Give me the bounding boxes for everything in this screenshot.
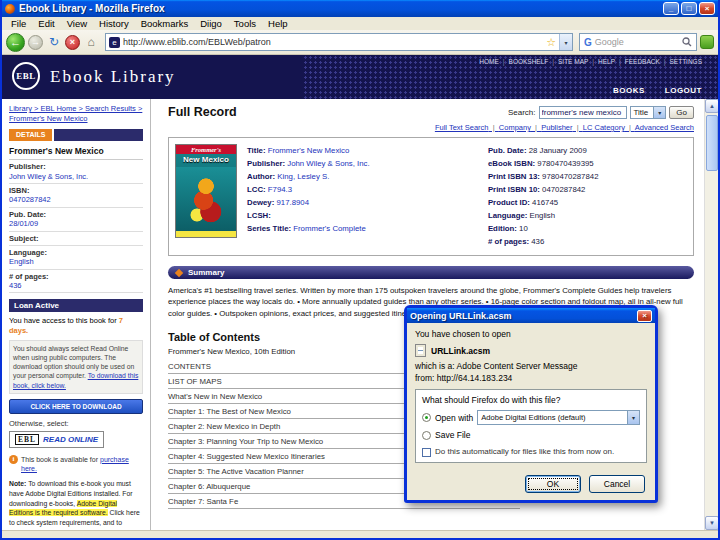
vertical-scrollbar[interactable]: ▲ ▼ (704, 99, 718, 530)
record-search: Search: Title ▾ Go (508, 106, 694, 119)
info-icon: i (9, 455, 18, 464)
search-link[interactable]: Full Text Search (435, 123, 499, 132)
sidebar-field: ISBN: 0470287842 (9, 184, 143, 208)
minimize-button[interactable]: _ (663, 2, 679, 15)
search-link[interactable]: Advanced Search (635, 123, 694, 132)
sidebar-tab-strip: DETAILS (9, 129, 143, 141)
url-history-dropdown[interactable]: ▾ (559, 34, 572, 50)
top-nav-link[interactable]: SITE MAP (548, 58, 588, 65)
open-with-radio[interactable] (422, 413, 431, 422)
chevron-down-icon[interactable]: ▾ (627, 411, 639, 424)
open-with-select[interactable]: Adobe Digital Editions (default) ▾ (477, 410, 640, 425)
sidebar-field-value[interactable]: 0470287842 (9, 195, 143, 204)
record-field-value: 28 January 2009 (529, 146, 587, 155)
books-link[interactable]: BOOKS (613, 86, 645, 95)
menu-item[interactable]: File (5, 18, 32, 29)
purchase-note: i This book is available for purchase he… (9, 455, 143, 473)
purchase-text: This book is available for purchase here… (21, 455, 143, 473)
dialog-titlebar: Opening URLLink.acsm × (407, 308, 655, 323)
record-field-label: Pub. Date: (488, 146, 527, 155)
extension-icon[interactable] (700, 35, 714, 49)
record-field-label: eBook ISBN: (488, 159, 535, 168)
menu-item[interactable]: Diigo (194, 18, 228, 29)
save-file-radio[interactable] (422, 431, 431, 440)
category-select-value: Title (634, 108, 649, 117)
auto-checkbox[interactable] (422, 448, 431, 457)
dialog-question: What should Firefox do with this file? (422, 395, 640, 405)
record-field: Dewey: 917.8904 (247, 197, 476, 210)
file-icon (415, 344, 426, 357)
summary-bar[interactable]: Summary (168, 266, 694, 279)
menu-item[interactable]: Tools (228, 18, 262, 29)
record-field-value[interactable]: King, Lesley S. (277, 172, 329, 181)
sidebar-field-value[interactable]: English (9, 257, 143, 266)
cover-art (176, 167, 236, 231)
sidebar-field-value[interactable]: 28/01/09 (9, 219, 143, 228)
cancel-button[interactable]: Cancel (589, 475, 645, 493)
record-field-label: Author: (247, 172, 275, 181)
record-field-value[interactable]: F794.3 (268, 185, 292, 194)
close-button[interactable]: × (699, 2, 715, 15)
magnifier-icon[interactable] (682, 37, 692, 47)
chevron-down-icon[interactable]: ▾ (653, 107, 665, 118)
record-field-value[interactable]: 917.8904 (276, 198, 309, 207)
open-with-row: Open with Adobe Digital Editions (defaul… (422, 410, 640, 425)
sidebar-field-label: # of pages: (9, 272, 143, 281)
ebl-logo[interactable]: EBL (12, 62, 40, 90)
record-field: Print ISBN 10: 0470287842 (488, 183, 687, 196)
scroll-up-button[interactable]: ▲ (705, 99, 718, 113)
top-nav-link[interactable]: BOOKSHELF (499, 58, 548, 65)
menu-item[interactable]: View (61, 18, 93, 29)
refresh-button[interactable]: ↻ (46, 33, 62, 51)
record-field-label: Dewey: (247, 198, 274, 207)
web-search-box[interactable]: G Google (579, 33, 697, 51)
record-field-value[interactable]: Frommer's Complete (293, 224, 366, 233)
search-link[interactable]: Publisher (541, 123, 583, 132)
download-button[interactable]: CLICK HERE TO DOWNLOAD (9, 399, 143, 414)
menu-item[interactable]: History (93, 18, 135, 29)
maximize-button[interactable]: □ (681, 2, 697, 15)
search-link[interactable]: Company (499, 123, 541, 132)
home-button[interactable]: ⌂ (83, 33, 99, 51)
stop-button[interactable]: × (65, 35, 80, 50)
menu-item[interactable]: Edit (32, 18, 60, 29)
top-nav-link[interactable]: FEEDBACK (615, 58, 660, 65)
record-field: Publisher: John Wiley & Sons, Inc. (247, 157, 476, 170)
logout-link[interactable]: LOGOUT (665, 86, 702, 95)
tab-details[interactable]: DETAILS (9, 129, 52, 141)
top-nav-link[interactable]: SETTINGS (660, 58, 702, 65)
top-nav-link[interactable]: HELP (588, 58, 615, 65)
loan-text: You have access to this book for 7 days. (9, 316, 143, 336)
record-field-value: 9780470287842 (542, 172, 598, 181)
search-input[interactable] (539, 106, 627, 119)
menu-item[interactable]: Bookmarks (135, 18, 195, 29)
dialog-close-button[interactable]: × (637, 310, 652, 322)
back-button[interactable]: ← (6, 33, 25, 52)
bookmark-star-icon[interactable]: ☆ (546, 36, 556, 49)
sidebar-field-value[interactable]: 436 (9, 281, 143, 290)
scroll-down-button[interactable]: ▼ (705, 516, 718, 530)
menu-item[interactable]: Help (262, 18, 294, 29)
read-online-button[interactable]: EBL READ ONLINE (9, 431, 104, 448)
category-select[interactable]: Title ▾ (630, 106, 667, 119)
go-button[interactable]: Go (669, 106, 694, 119)
forward-button[interactable]: → (28, 35, 43, 50)
sidebar-field-value[interactable]: John Wiley & Sons, Inc. (9, 172, 143, 181)
summary-toggle-icon[interactable] (175, 268, 183, 276)
web-search-placeholder[interactable]: Google (595, 37, 679, 47)
dialog-intro: You have chosen to open (415, 329, 647, 339)
top-nav-link[interactable]: HOME (479, 58, 499, 65)
nav-toolbar: ← → ↻ × ⌂ e http://www.eblib.com/EBLWeb/… (2, 30, 718, 55)
ok-button[interactable]: OK (525, 475, 581, 493)
scroll-thumb[interactable] (706, 115, 718, 171)
record-field-value[interactable]: John Wiley & Sons, Inc. (287, 159, 369, 168)
record-field-value[interactable]: Frommer's New Mexico (268, 146, 350, 155)
record-field-label: Print ISBN 13: (488, 172, 540, 181)
search-link[interactable]: LC Category (583, 123, 635, 132)
record-field: eBook ISBN: 9780470439395 (488, 157, 687, 170)
record-field: Language: English (488, 210, 687, 223)
address-bar[interactable]: e http://www.eblib.com/EBLWeb/patron ☆ ▾ (105, 33, 573, 51)
record-field: Series Title: Frommer's Complete (247, 223, 476, 236)
url-text[interactable]: http://www.eblib.com/EBLWeb/patron (123, 37, 543, 47)
breadcrumb[interactable]: Library > EBL Home > Search Results > Fr… (9, 104, 143, 124)
